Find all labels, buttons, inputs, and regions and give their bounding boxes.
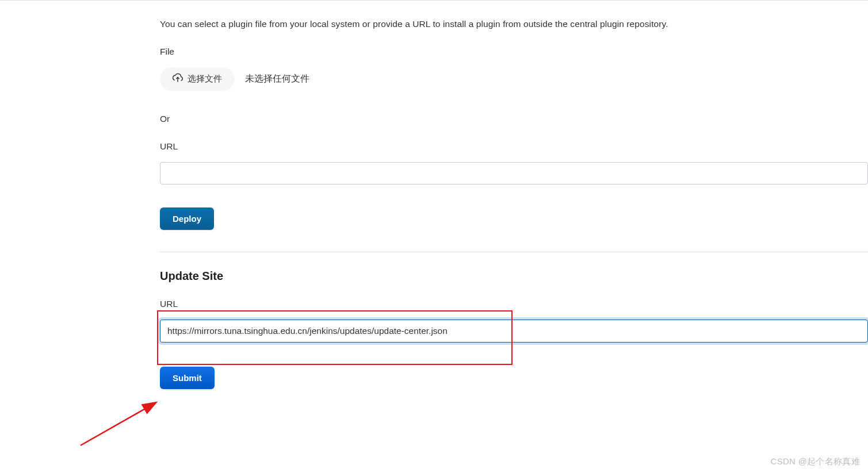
choose-file-button[interactable]: 选择文件: [160, 67, 235, 91]
url-label: URL: [160, 141, 868, 152]
or-label: Or: [160, 114, 868, 124]
update-url-input[interactable]: [160, 320, 868, 343]
file-status-text: 未选择任何文件: [245, 73, 309, 85]
main-content: You can select a plugin file from your l…: [0, 3, 868, 389]
choose-file-label: 选择文件: [188, 74, 222, 84]
update-url-label: URL: [160, 299, 868, 309]
svg-line-2: [81, 403, 155, 445]
submit-button[interactable]: Submit: [160, 367, 215, 389]
deploy-button[interactable]: Deploy: [160, 207, 214, 230]
file-label: File: [160, 47, 868, 57]
watermark-text: CSDN @起个名称真难: [771, 456, 861, 467]
annotation-arrow-icon: [75, 389, 167, 449]
url-input[interactable]: [160, 162, 868, 184]
section-divider: [160, 252, 868, 252]
description-text: You can select a plugin file from your l…: [160, 19, 868, 29]
update-site-heading: Update Site: [160, 270, 868, 283]
file-input-row: 选择文件 未选择任何文件: [160, 67, 868, 91]
upload-icon: [173, 73, 183, 85]
